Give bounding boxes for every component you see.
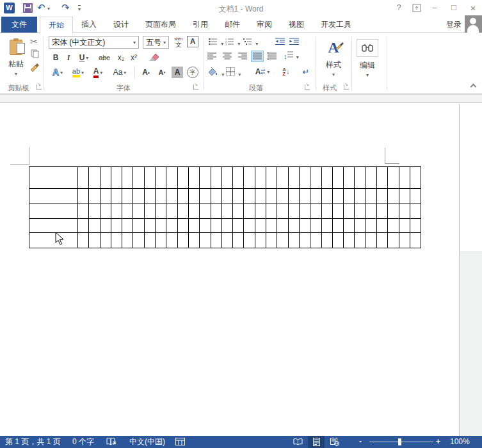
paste-dropdown-icon[interactable]: ▾ [15,71,17,77]
paste-button[interactable]: 粘贴 ▾ [4,36,28,81]
table-cell[interactable] [144,167,155,189]
phonetic-guide-button[interactable]: wén 文 [172,35,185,49]
table-cell[interactable] [332,204,343,219]
tab-邮件[interactable]: 邮件 [216,17,248,33]
collapse-ribbon-icon[interactable] [471,83,478,89]
vertical-scrollbar[interactable] [460,104,482,436]
table-cell[interactable] [111,204,122,219]
copy-icon[interactable] [31,49,39,58]
subscript-button[interactable]: x₂ [115,52,127,63]
italic-button[interactable]: I [64,52,73,63]
table-cell[interactable] [355,167,366,189]
document-page[interactable] [0,104,460,436]
zoom-in-button[interactable]: + [436,436,440,448]
maximize-icon[interactable]: □ [447,3,461,12]
table-cell[interactable] [233,204,244,219]
table-cell[interactable] [377,219,388,233]
paragraph-dialog-launcher-icon[interactable] [305,84,310,90]
styles-dialog-launcher-icon[interactable] [344,84,349,90]
sign-in-link[interactable]: 登录 [446,17,462,33]
table-cell[interactable] [288,219,299,233]
table-cell[interactable] [133,233,144,248]
cut-icon[interactable]: ✂ [30,36,38,47]
help-icon[interactable]: ? [392,3,406,12]
table-cell[interactable] [377,189,388,204]
table-cell[interactable] [399,204,410,219]
table-cell[interactable] [344,219,355,233]
proofing-icon[interactable] [106,438,117,446]
table-cell[interactable] [410,233,421,248]
table-cell[interactable] [366,167,376,189]
table-cell[interactable] [78,189,89,204]
text-effects-button[interactable]: A [49,66,66,79]
table-cell[interactable] [144,219,155,233]
table-cell[interactable] [310,233,321,248]
table-cell[interactable] [366,189,376,204]
table-cell[interactable] [111,233,122,248]
font-name-dropdown-icon[interactable]: ▾ [133,40,136,45]
table-cell[interactable] [188,167,199,189]
table-cell[interactable] [188,204,199,219]
table-cell[interactable] [299,189,310,204]
increase-indent-icon[interactable] [289,38,299,45]
table-cell[interactable] [188,233,199,248]
scrollbar-thumb[interactable] [460,104,482,252]
table-cell[interactable] [233,167,244,189]
table-cell[interactable] [332,167,343,189]
table-cell[interactable] [310,167,321,189]
table-cell[interactable] [355,204,366,219]
table-cell[interactable] [299,167,310,189]
table-cell[interactable] [78,233,89,248]
table-cell[interactable] [177,204,188,219]
table-cell[interactable] [344,189,355,204]
table-cell[interactable] [355,233,366,248]
table-cell[interactable] [177,189,188,204]
table-cell[interactable] [156,167,166,189]
table-cell[interactable] [266,219,277,233]
font-size-combo[interactable]: 五号 ▾ [143,36,169,49]
table-cell[interactable] [221,219,232,233]
table-cell[interactable] [29,204,78,219]
table-cell[interactable] [156,233,166,248]
table-cell[interactable] [277,233,288,248]
font-color-button[interactable]: A [90,66,106,79]
table-cell[interactable] [29,219,78,233]
table-cell[interactable] [122,204,133,219]
table-cell[interactable] [78,219,89,233]
table-cell[interactable] [200,167,211,189]
table-cell[interactable] [200,219,211,233]
table-cell[interactable] [255,233,266,248]
table-cell[interactable] [89,167,100,189]
table-cell[interactable] [166,219,177,233]
table-cell[interactable] [122,167,133,189]
table-cell[interactable] [377,167,388,189]
font-dialog-launcher-icon[interactable] [193,84,198,90]
table-cell[interactable] [355,219,366,233]
asian-layout-button[interactable]: A [253,66,271,77]
table-cell[interactable] [122,189,133,204]
zoom-slider-track[interactable] [369,442,433,442]
table-cell[interactable] [321,233,332,248]
tab-插入[interactable]: 插入 [73,17,105,33]
multilevel-list-icon[interactable] [243,38,258,47]
table-cell[interactable] [332,189,343,204]
table-cell[interactable] [29,189,78,204]
bullets-icon[interactable] [209,38,223,47]
table-cell[interactable] [221,204,232,219]
table-cell[interactable] [410,167,421,189]
table-cell[interactable] [233,189,244,204]
table-cell[interactable] [244,233,255,248]
table-cell[interactable] [288,189,299,204]
table-cell[interactable] [410,189,421,204]
table-cell[interactable] [266,233,277,248]
table-cell[interactable] [100,189,111,204]
decrease-indent-icon[interactable] [275,38,285,45]
table-cell[interactable] [89,189,100,204]
table-cell[interactable] [78,167,89,189]
table-cell[interactable] [410,204,421,219]
table-cell[interactable] [177,233,188,248]
table-cell[interactable] [355,189,366,204]
table-cell[interactable] [156,204,166,219]
table-cell[interactable] [332,233,343,248]
table-cell[interactable] [177,167,188,189]
